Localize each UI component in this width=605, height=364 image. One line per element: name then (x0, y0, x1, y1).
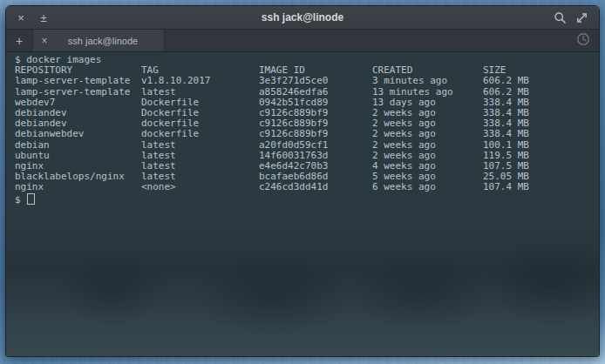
prompt-line[interactable]: $ (15, 193, 599, 206)
terminal-window: × ± ssh jack@linode + (5, 5, 600, 357)
table-cell: latest (141, 161, 259, 172)
table-cell: debianwebdev (15, 129, 141, 139)
table-cell: 119.5 MB (483, 151, 599, 161)
table-row: debianlatesta20fd0d59cf12 weeks ago100.1… (15, 140, 599, 151)
table-cell: nginx (15, 182, 141, 192)
terminal-table: lamp-server-templatev1.8.10.20173e3f271d… (15, 76, 599, 192)
history-clock-icon (576, 32, 590, 50)
command-line: $ docker images (15, 55, 599, 65)
window-title: ssh jack@linode (6, 11, 599, 24)
table-cell: a858246edfa6 (259, 87, 372, 98)
table-cell: 606.2 MB (483, 87, 599, 98)
table-cell: c9126c889bf9 (259, 118, 372, 129)
table-cell: 107.4 MB (483, 182, 599, 192)
column-header: TAG (141, 65, 259, 76)
table-row: webdev7Dockerfile0942b51fcd8913 days ago… (15, 98, 599, 108)
table-cell: bcafaeb6d86d (259, 172, 372, 182)
table-cell: latest (141, 172, 259, 182)
terminal-cursor (27, 193, 35, 205)
column-header: CREATED (372, 65, 483, 76)
table-cell: 3e3f271d5ce0 (259, 76, 372, 86)
table-row: debianwebdevdockerfilec9126c889bf92 week… (15, 129, 599, 139)
plus-icon: + (16, 34, 23, 48)
table-cell: 606.2 MB (483, 76, 599, 86)
table-cell: nginx (15, 161, 141, 172)
table-cell: c9126c889bf9 (259, 108, 372, 118)
table-cell: <none> (141, 182, 259, 192)
table-cell: 107.5 MB (483, 161, 599, 172)
history-button[interactable] (576, 30, 599, 51)
table-row: nginxlateste4e6d42c70b34 weeks ago107.5 … (15, 161, 599, 172)
table-cell: Dockerfile (141, 108, 259, 118)
table-cell: e4e6d42c70b3 (259, 161, 372, 172)
table-cell: 13 minutes ago (372, 87, 483, 98)
terminal-screen[interactable]: $ docker images REPOSITORY TAG IMAGE ID … (6, 52, 599, 356)
table-cell: debiandev (15, 108, 141, 118)
table-cell: 0942b51fcd89 (259, 98, 372, 108)
table-cell: webdev7 (15, 98, 141, 108)
table-cell: 4 weeks ago (372, 161, 483, 172)
plus-minus-icon[interactable]: ± (34, 12, 53, 24)
table-cell: 5 weeks ago (372, 172, 483, 182)
table-cell: 338.4 MB (483, 98, 599, 108)
table-cell: c9126c889bf9 (259, 129, 372, 139)
table-cell: v1.8.10.2017 (141, 76, 259, 86)
table-header-row: REPOSITORY TAG IMAGE ID CREATED SIZE (15, 65, 599, 76)
table-cell: 14f60031763d (259, 151, 372, 161)
table-cell: latest (141, 151, 259, 161)
table-row: lamp-server-templatelatesta858246edfa613… (15, 87, 599, 98)
table-cell: latest (141, 140, 259, 151)
table-cell: lamp-server-template (15, 76, 141, 86)
table-cell: 6 weeks ago (372, 182, 483, 192)
table-cell: dockerfile (141, 129, 259, 139)
table-cell: 2 weeks ago (372, 118, 483, 129)
tab-bar: + × ssh jack@linode (6, 30, 599, 52)
table-cell: blacklabelops/nginx (15, 172, 141, 182)
table-cell: latest (141, 87, 259, 98)
table-cell: c246cd3dd41d (259, 182, 372, 192)
command-text: docker images (26, 54, 101, 65)
table-cell: lamp-server-template (15, 87, 141, 98)
table-row: lamp-server-templatev1.8.10.20173e3f271d… (15, 76, 599, 86)
table-cell: Dockerfile (141, 98, 259, 108)
table-cell: 3 minutes ago (372, 76, 483, 86)
table-cell: 2 weeks ago (372, 129, 483, 139)
table-row: blacklabelops/nginxlatestbcafaeb6d86d5 w… (15, 172, 599, 182)
table-cell: 338.4 MB (483, 129, 599, 139)
new-tab-button[interactable]: + (6, 30, 33, 51)
table-cell: a20fd0d59cf1 (259, 140, 372, 151)
table-cell: 100.1 MB (483, 140, 599, 151)
table-row: debiandevDockerfilec9126c889bf92 weeks a… (15, 108, 599, 118)
tabbar-spacer (165, 30, 576, 51)
column-header: IMAGE ID (259, 65, 372, 76)
table-cell: 13 days ago (372, 98, 483, 108)
column-header: SIZE (483, 65, 599, 76)
table-cell: 25.05 MB (483, 172, 599, 182)
prompt-symbol: $ (15, 54, 21, 65)
table-cell: 338.4 MB (483, 108, 599, 118)
table-cell: 338.4 MB (483, 118, 599, 129)
table-cell: ubuntu (15, 151, 141, 161)
titlebar[interactable]: × ± ssh jack@linode (6, 6, 599, 30)
search-icon[interactable] (554, 11, 567, 24)
table-cell: debiandev (15, 118, 141, 129)
tab-label: ssh jack@linode (56, 36, 159, 46)
table-cell: dockerfile (141, 118, 259, 129)
column-header: REPOSITORY (15, 65, 141, 76)
fullscreen-expand-icon[interactable] (575, 11, 588, 24)
table-row: debiandevdockerfilec9126c889bf92 weeks a… (15, 118, 599, 129)
table-row: nginx<none>c246cd3dd41d6 weeks ago107.4 … (15, 182, 599, 192)
prompt-symbol: $ (15, 194, 26, 206)
table-cell: debian (15, 140, 141, 151)
table-cell: 2 weeks ago (372, 151, 483, 161)
table-cell: 2 weeks ago (372, 140, 483, 151)
table-row: ubuntulatest14f60031763d2 weeks ago119.5… (15, 151, 599, 161)
close-window-icon[interactable]: × (11, 12, 31, 24)
table-cell: 2 weeks ago (372, 108, 483, 118)
tab-close-icon[interactable]: × (38, 35, 51, 47)
tab-ssh-session[interactable]: × ssh jack@linode (33, 30, 165, 51)
